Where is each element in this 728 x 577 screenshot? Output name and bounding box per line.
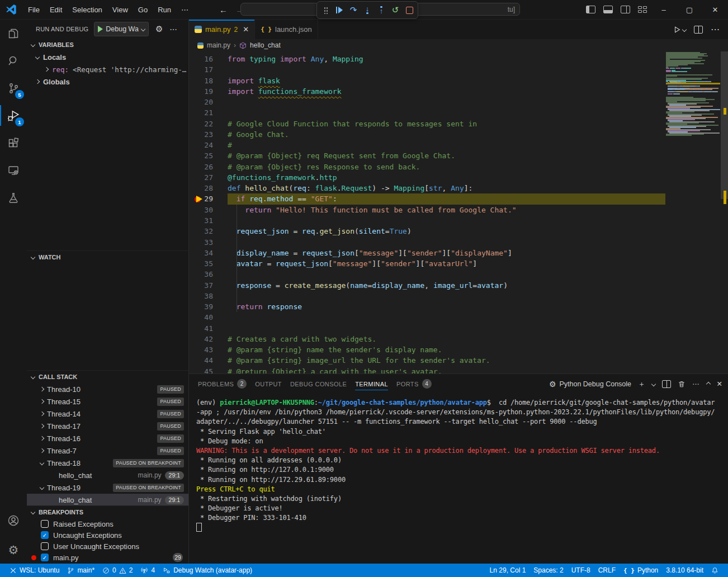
kill-terminal-trash-icon[interactable] <box>678 380 686 388</box>
terminal-dropdown-chevron-icon[interactable] <box>651 381 656 386</box>
statusbar-item[interactable]: { }Python <box>620 566 662 574</box>
tab-close-icon[interactable]: ✕ <box>243 25 249 34</box>
menu-item-view[interactable]: View <box>107 6 133 14</box>
call-stack-thread-row[interactable]: Thread-10PAUSED <box>27 383 188 395</box>
watch-header[interactable]: WATCH <box>27 250 188 263</box>
code-line[interactable]: 36 <box>189 269 728 280</box>
breadcrumb-symbol[interactable]: hello_chat <box>250 41 281 49</box>
toolbar-grip[interactable] <box>320 4 331 16</box>
tab-main-py[interactable]: main.py 2 ✕ <box>189 20 255 39</box>
sidebar-more-icon[interactable]: ⋯ <box>169 25 178 34</box>
call-stack-thread-row[interactable]: Thread-19PAUSED ON BREAKPOINT <box>27 481 188 494</box>
maximize-button[interactable]: ▢ <box>677 0 702 19</box>
maximize-panel-icon[interactable] <box>706 381 710 386</box>
code-line[interactable]: 23# Google Chat. <box>189 129 728 140</box>
code-line[interactable]: 24# <box>189 140 728 150</box>
activitybar-source-control[interactable]: 5 <box>0 74 27 102</box>
menu-item-[interactable]: ⋯ <box>176 6 193 14</box>
panel-more-icon[interactable]: ⋯ <box>692 380 700 388</box>
code-line[interactable]: 27@functions_framework.http <box>189 172 728 183</box>
debug-config-dropdown[interactable]: Debug Wa <box>94 22 149 36</box>
step-over-button[interactable]: ↷ <box>348 4 359 16</box>
statusbar-item[interactable]: 3.8.10 64-bit <box>662 566 707 574</box>
code-line[interactable]: 18import flask <box>189 75 728 86</box>
statusbar-item[interactable]: 02 <box>98 564 136 577</box>
activitybar-extensions[interactable] <box>0 129 27 157</box>
code-line[interactable]: 33 <box>189 237 728 248</box>
code-line[interactable]: 28def hello_chat(req: flask.Request) -> … <box>189 183 728 193</box>
toggle-sidebar-icon[interactable] <box>586 6 595 13</box>
code-line[interactable]: 38 <box>189 291 728 301</box>
terminal-instance-label[interactable]: ⚙ Python Debug Console <box>549 380 631 389</box>
code-line[interactable]: 16from typing import Any, Mapping <box>189 54 728 64</box>
variable-row[interactable]: req:<Request 'http://charming-tro… <box>27 63 188 75</box>
statusbar-item[interactable]: UTF-8 <box>568 566 594 574</box>
minimize-button[interactable]: – <box>651 0 677 19</box>
activitybar-accounts[interactable] <box>0 507 27 534</box>
activitybar-remote-explorer[interactable] <box>0 157 27 184</box>
statusbar-item[interactable] <box>707 567 722 574</box>
menu-item-run[interactable]: Run <box>153 6 176 14</box>
statusbar-item[interactable]: WSL: Ubuntu <box>6 564 63 577</box>
toggle-panel-icon[interactable] <box>603 6 613 13</box>
breadcrumb-file[interactable]: main.py <box>207 41 230 49</box>
breakpoint-row[interactable]: ✓main.py29 <box>27 552 188 563</box>
activitybar-run-and-debug[interactable]: 1 <box>0 102 27 129</box>
back-arrow-icon[interactable]: ← <box>219 5 228 15</box>
code-line[interactable]: 25# @param {Object} req Request sent fro… <box>189 150 728 161</box>
step-out-button[interactable]: ↑ <box>376 4 387 16</box>
tab-launch-json[interactable]: { } launch.json <box>255 20 318 39</box>
start-debug-icon[interactable] <box>98 26 103 32</box>
breakpoint-row[interactable]: ✓Uncaught Exceptions <box>27 529 188 541</box>
code-line[interactable]: 30 return "Hello! This function must be … <box>189 205 728 215</box>
breakpoint-checkbox[interactable] <box>41 520 49 528</box>
run-python-file-button[interactable] <box>673 26 686 34</box>
call-stack-thread-row[interactable]: Thread-18PAUSED ON BREAKPOINT <box>27 457 188 469</box>
split-editor-icon[interactable] <box>694 26 703 34</box>
breakpoint-checkbox[interactable] <box>41 542 49 550</box>
call-stack-frame-row[interactable]: hello_chatmain.py29:1 <box>27 469 188 481</box>
code-line[interactable]: 42# Creates a card with two widgets. <box>189 334 728 344</box>
panel-tab-ports[interactable]: PORTS4 <box>396 374 432 394</box>
editor-scrollbar[interactable] <box>721 51 728 199</box>
new-terminal-icon[interactable]: ＋ <box>638 379 645 389</box>
code-line[interactable]: 41 <box>189 323 728 334</box>
code-line[interactable]: 39 return response <box>189 301 728 312</box>
panel-tab-terminal[interactable]: TERMINAL <box>355 374 388 394</box>
panel-tab-debug-console[interactable]: DEBUG CONSOLE <box>290 374 347 394</box>
editor-more-icon[interactable]: ⋯ <box>711 24 720 35</box>
toggle-secondary-sidebar-icon[interactable] <box>621 6 630 13</box>
activitybar-search[interactable] <box>0 47 27 74</box>
activitybar-testing[interactable] <box>0 184 27 211</box>
variables-scope-row[interactable]: Globals <box>27 75 188 88</box>
code-line[interactable]: 29 if req.method == "GET": <box>189 193 728 204</box>
code-line[interactable]: 40 <box>189 312 728 323</box>
code-editor[interactable]: 16from typing import Any, Mapping1718imp… <box>189 51 728 373</box>
code-line[interactable]: 35 avatar = request_json["message"]["sen… <box>189 258 728 269</box>
menu-item-selection[interactable]: Selection <box>67 6 107 14</box>
panel-tab-output[interactable]: OUTPUT <box>255 374 282 394</box>
statusbar-item[interactable]: Spaces: 2 <box>530 566 567 574</box>
close-button[interactable]: ✕ <box>702 0 728 19</box>
code-line[interactable]: 19import functions_framework <box>189 86 728 97</box>
breakpoints-header[interactable]: BREAKPOINTS <box>27 505 188 518</box>
terminal-output[interactable]: (env) pierrick@LAPTOP-HKU5PNNG:~/git/goo… <box>189 394 728 564</box>
code-line[interactable]: 43# @param {string} name the sender's di… <box>189 344 728 355</box>
code-line[interactable]: 26# @param {Object} res Response to send… <box>189 162 728 172</box>
menu-item-go[interactable]: Go <box>133 6 153 14</box>
code-line[interactable]: 22# Google Cloud Function that responds … <box>189 119 728 129</box>
statusbar-item[interactable]: main* <box>63 564 98 577</box>
code-line[interactable]: 32 request_json = req.get_json(silent=Tr… <box>189 226 728 237</box>
continue-button[interactable] <box>334 4 345 16</box>
code-line[interactable]: 21 <box>189 107 728 118</box>
minimap[interactable] <box>666 51 720 136</box>
call-stack-thread-row[interactable]: Thread-17PAUSED <box>27 420 188 432</box>
code-line[interactable]: 45# @return {Object} a card with the use… <box>189 366 728 373</box>
call-stack-thread-row[interactable]: Thread-16PAUSED <box>27 432 188 444</box>
menu-item-edit[interactable]: Edit <box>45 6 67 14</box>
variables-header[interactable]: VARIABLES <box>27 39 188 51</box>
statusbar-item[interactable]: Ln 29, Col 1 <box>486 566 530 574</box>
variables-scope-row[interactable]: Locals <box>27 51 188 63</box>
breakpoint-checkbox[interactable]: ✓ <box>41 554 49 561</box>
code-line[interactable]: 34 display_name = request_json["message"… <box>189 248 728 258</box>
